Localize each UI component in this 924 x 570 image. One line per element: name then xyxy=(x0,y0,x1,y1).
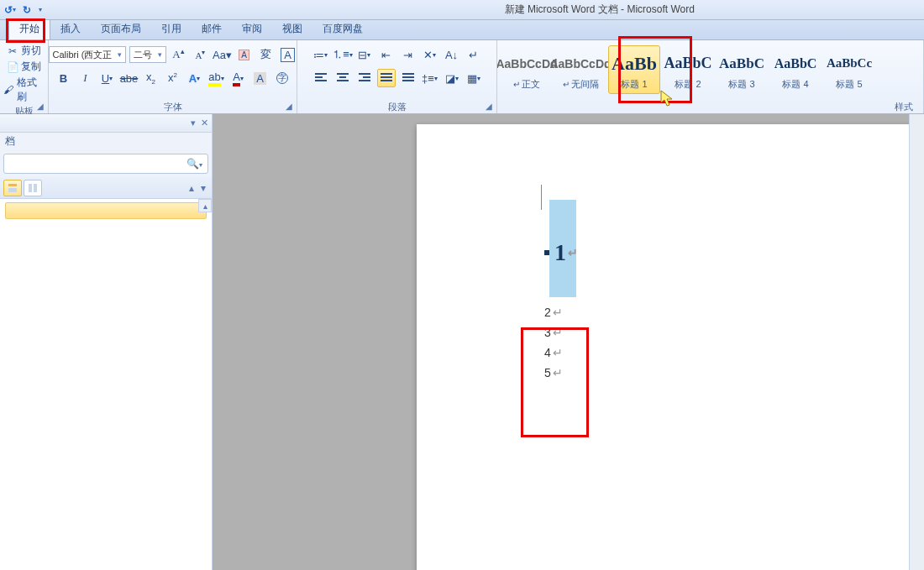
copy-icon: 📄 xyxy=(7,61,18,73)
document-viewport[interactable]: 1 ↵ 2↵3↵4↵5↵ xyxy=(213,114,924,570)
line-spacing-button[interactable]: ‡≡▾ xyxy=(421,69,439,87)
paragraph-mark-icon: ↵ xyxy=(553,366,563,379)
show-marks-button[interactable]: ↵ xyxy=(465,45,483,64)
paragraph-mark-icon: ↵ xyxy=(553,306,563,319)
paragraph-dialog-launcher[interactable]: ◢ xyxy=(483,100,495,112)
undo-button[interactable]: ↺ ▾ xyxy=(2,2,18,18)
tab-baidu[interactable]: 百度网盘 xyxy=(312,18,373,39)
increase-indent-button[interactable]: ⇥ xyxy=(399,45,417,64)
multilevel-icon: ⊟ xyxy=(358,49,367,61)
tab-mailings[interactable]: 邮件 xyxy=(192,18,232,39)
pages-icon xyxy=(28,183,38,193)
enclose-char-button[interactable]: 字 xyxy=(273,69,291,87)
body-line[interactable]: 3↵ xyxy=(544,326,924,339)
style-item-正文[interactable]: AaBbCcDd↵正文 xyxy=(501,45,553,94)
borders-button[interactable]: ▦▾ xyxy=(465,69,483,87)
navigation-tabs: ▴ ▾ xyxy=(0,177,212,199)
strike-button[interactable]: abe xyxy=(120,69,139,87)
navigation-search-input[interactable] xyxy=(9,157,186,170)
nav-close-button[interactable]: ✕ xyxy=(201,118,208,128)
paragraph-mark-icon: ↵ xyxy=(553,346,563,359)
decrease-indent-button[interactable]: ⇤ xyxy=(377,45,396,64)
nav-tab-pages[interactable] xyxy=(24,180,42,196)
copy-label: 复制 xyxy=(21,60,41,74)
align-right-button[interactable] xyxy=(355,69,374,87)
asian-layout-icon: ✕ xyxy=(423,49,433,61)
highlight-button[interactable]: ab▾ xyxy=(207,69,226,87)
cut-button[interactable]: ✂ 剪切 xyxy=(7,44,41,58)
bold-button[interactable]: B xyxy=(55,69,73,87)
distribute-button[interactable] xyxy=(399,69,417,87)
navigation-body: ▴ xyxy=(0,199,212,570)
phonetic-guide-button[interactable]: 変 xyxy=(257,45,276,64)
style-item-标题4[interactable]: AaBbC标题 4 xyxy=(769,45,822,94)
change-case-button[interactable]: Aa▾ xyxy=(213,45,232,64)
nav-prev-button[interactable]: ▴ xyxy=(186,182,197,194)
qat-customize-button[interactable]: ▾ xyxy=(35,2,45,18)
search-icon[interactable]: 🔍▾ xyxy=(186,158,202,170)
char-shading-icon: A xyxy=(254,72,266,85)
nav-tab-headings[interactable] xyxy=(3,180,22,196)
char-border-button[interactable]: A xyxy=(279,45,297,64)
grow-font-button[interactable]: A▴ xyxy=(170,45,188,64)
highlight-icon: ab xyxy=(208,71,220,86)
align-left-button[interactable] xyxy=(312,69,330,87)
cut-label: 剪切 xyxy=(21,44,41,58)
nav-scroll-up[interactable]: ▴ xyxy=(198,199,212,212)
align-right-icon xyxy=(359,73,370,83)
tab-home[interactable]: 开始 xyxy=(8,18,50,39)
char-shading-button[interactable]: A xyxy=(251,69,270,87)
vertical-scrollbar[interactable] xyxy=(909,114,924,570)
subscript-button[interactable]: x2 xyxy=(142,69,160,87)
justify-icon xyxy=(381,73,392,83)
superscript-button[interactable]: x2 xyxy=(164,69,182,87)
ribbon-body: ✂ 剪切 📄 复制 🖌 格式刷 贴板 ◢ Calibri (西文正▾ 二号▾ xyxy=(0,40,924,114)
body-line[interactable]: 5↵ xyxy=(544,366,924,379)
align-center-icon xyxy=(337,73,349,83)
tab-insert[interactable]: 插入 xyxy=(50,18,91,39)
copy-button[interactable]: 📄 复制 xyxy=(7,60,41,74)
underline-icon: U xyxy=(102,72,109,85)
font-size-combo[interactable]: 二号▾ xyxy=(129,46,166,63)
window-title: 新建 Microsoft Word 文档 - Microsoft Word xyxy=(505,3,695,17)
nav-dropdown-button[interactable]: ▾ xyxy=(191,118,196,128)
underline-button[interactable]: U▾ xyxy=(98,69,117,87)
tab-review[interactable]: 审阅 xyxy=(232,18,272,39)
shading-button[interactable]: ◪▾ xyxy=(443,69,461,87)
style-item-标题5[interactable]: AaBbCc标题 5 xyxy=(823,45,875,94)
align-center-button[interactable] xyxy=(333,69,352,87)
eraser-icon: A xyxy=(239,50,249,60)
tab-pagelayout[interactable]: 页面布局 xyxy=(91,18,151,39)
navigation-search[interactable]: 🔍▾ xyxy=(3,154,208,174)
style-item-标题3[interactable]: AaBbC标题 3 xyxy=(716,45,768,94)
content-area: ▾ ✕ 档 🔍▾ ▴ ▾ ▴ xyxy=(0,114,924,570)
multilevel-button[interactable]: ⊟▾ xyxy=(355,45,374,64)
tab-view[interactable]: 视图 xyxy=(272,18,312,39)
style-item-无间隔[interactable]: AaBbCcDd↵无间隔 xyxy=(554,45,606,94)
font-name-combo[interactable]: Calibri (西文正▾ xyxy=(49,46,126,63)
grow-font-icon: A▴ xyxy=(172,47,184,61)
shrink-font-button[interactable]: A▾ xyxy=(192,45,210,64)
heading1-block[interactable]: 1 ↵ xyxy=(544,207,924,299)
body-line[interactable]: 2↵ xyxy=(544,306,924,319)
clear-format-button[interactable]: A xyxy=(235,45,254,64)
nav-next-button[interactable]: ▾ xyxy=(198,182,208,194)
asian-layout-button[interactable]: ✕▾ xyxy=(421,45,439,64)
italic-button[interactable]: I xyxy=(76,69,95,87)
justify-button[interactable] xyxy=(377,69,396,87)
redo-button[interactable]: ↻ xyxy=(18,2,35,18)
font-color-button[interactable]: A▾ xyxy=(229,69,248,87)
line-spacing-icon: ‡≡ xyxy=(422,72,434,85)
font-dialog-launcher[interactable]: ◢ xyxy=(283,100,295,112)
bullets-button[interactable]: ≔▾ xyxy=(312,45,330,64)
style-item-标题1[interactable]: AaBb标题 1 xyxy=(608,45,660,94)
numbering-button[interactable]: ⒈≡▾ xyxy=(333,45,352,64)
style-item-标题2[interactable]: AaBbC标题 2 xyxy=(662,45,714,94)
text-effects-button[interactable]: A▾ xyxy=(186,69,204,87)
page-content[interactable]: 1 ↵ 2↵3↵4↵5↵ xyxy=(544,207,924,379)
sort-button[interactable]: A↓ xyxy=(443,45,461,64)
body-line[interactable]: 4↵ xyxy=(544,346,924,359)
navigation-selected-item[interactable] xyxy=(5,202,207,219)
tab-references[interactable]: 引用 xyxy=(151,18,192,39)
clipboard-dialog-launcher[interactable]: ◢ xyxy=(34,100,46,112)
